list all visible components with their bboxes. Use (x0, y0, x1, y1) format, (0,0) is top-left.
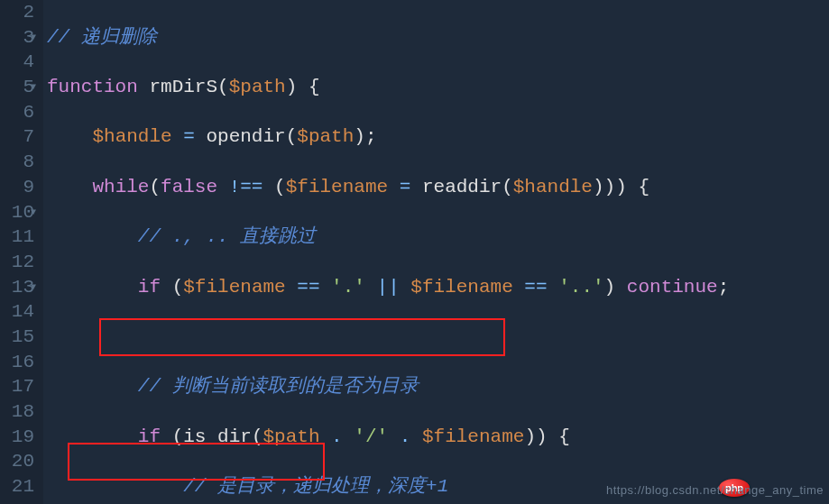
code-editor[interactable]: 2 3▼ 4 5▼ 6 7 8 9 10▼ 11 12 13▼ 14 15 16… (0, 0, 829, 504)
code-line[interactable]: $handle = opendir($path); (47, 124, 829, 150)
code-line[interactable]: function rmDirS($path) { (47, 75, 829, 100)
line-gutter: 2 3▼ 4 5▼ 6 7 8 9 10▼ 11 12 13▼ 14 15 16… (0, 0, 43, 504)
code-line[interactable]: if (is_dir($path . '/' . $filename)) { (47, 425, 829, 450)
code-line[interactable]: while(false !== ($filename = readdir($ha… (47, 175, 829, 200)
line-number: 9 (23, 177, 34, 197)
code-line[interactable]: // 判断当前读取到的是否为目录 (47, 374, 829, 399)
line-number: 2 (23, 2, 34, 23)
line-number: 18 (12, 401, 34, 422)
line-number: 21 (12, 476, 34, 497)
line-number: 12 (12, 252, 34, 272)
fold-icon[interactable]: ▼ (31, 75, 36, 100)
line-number: 15 (12, 326, 34, 347)
watermark-text: https://blog.csdn.net/change_any_time (606, 483, 824, 497)
line-number: 4 (23, 51, 34, 72)
fold-icon[interactable]: ▼ (31, 275, 36, 300)
line-number: 7 (23, 126, 34, 147)
line-number: 16 (12, 352, 34, 372)
code-line[interactable] (47, 325, 829, 350)
code-line[interactable]: if ($filename == '.' || $filename == '..… (47, 275, 829, 300)
code-area[interactable]: // 递归删除 function rmDirS($path) { $handle… (43, 0, 829, 504)
line-number: 20 (12, 451, 34, 472)
fold-icon[interactable]: ▼ (31, 200, 36, 225)
line-number: 8 (23, 151, 34, 172)
line-number: 17 (12, 376, 34, 397)
line-number: 19 (12, 426, 34, 447)
line-number: 14 (12, 301, 34, 322)
fold-icon[interactable]: ▼ (31, 25, 36, 50)
code-line[interactable]: // ., .. 直接跳过 (47, 225, 829, 250)
line-number: 11 (12, 226, 34, 247)
code-line[interactable]: // 递归删除 (47, 25, 829, 50)
line-number: 6 (23, 102, 34, 123)
